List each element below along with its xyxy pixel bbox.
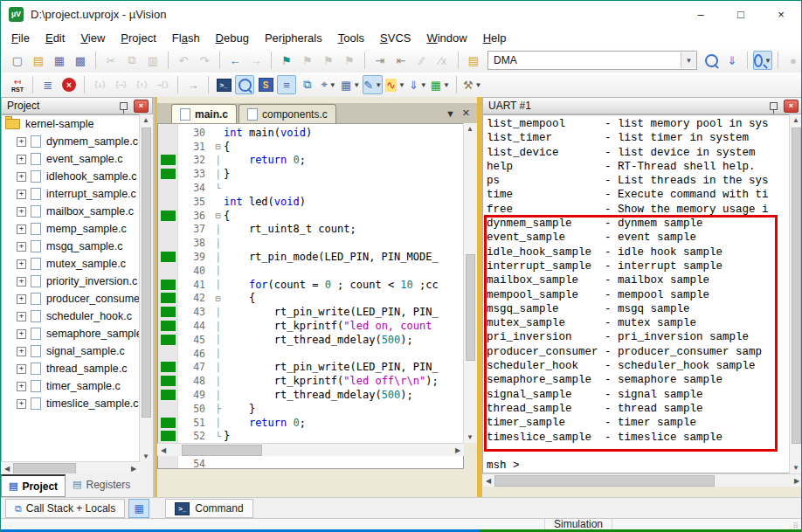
serial-window-dropdown-icon[interactable]: ▼ — [375, 81, 382, 89]
find-in-files-button[interactable] — [702, 51, 721, 70]
expand-icon[interactable]: + — [17, 259, 26, 269]
expand-icon[interactable]: + — [17, 364, 26, 374]
scroll-down-icon[interactable]: ▼ — [140, 451, 152, 462]
scroll-left-icon[interactable]: ◀ — [1, 463, 13, 474]
expand-icon[interactable]: + — [17, 347, 26, 356]
memory-window-button[interactable]: ▦▼ — [340, 75, 361, 94]
tree-item-memp_sample-c[interactable]: +memp_sample.c — [2, 220, 152, 238]
code-editor[interactable]: 30int main(void)31⊟{32│ return 0;33│}34└… — [157, 123, 464, 469]
bookmark-toggle-button[interactable]: ⚑ — [277, 51, 296, 70]
tree-item-semaphore_sample-c[interactable]: +semaphore_sample.c — [2, 325, 152, 342]
show-next-statement-button[interactable]: → — [183, 75, 203, 94]
symbol-window-button[interactable]: S — [256, 75, 275, 94]
expand-icon[interactable]: + — [17, 242, 26, 252]
memory-window-dropdown-icon[interactable]: ▼ — [353, 81, 360, 89]
scroll-right-icon[interactable]: ▶ — [791, 475, 802, 487]
trace-window-button[interactable]: ⇓▼ — [408, 75, 428, 94]
uart-horizontal-scrollbar[interactable]: ◀ ▶ — [482, 473, 802, 487]
uart-close-button[interactable]: × — [784, 100, 799, 113]
project-vertical-scrollbar[interactable]: ▲ ▼ — [139, 114, 153, 462]
maximize-button[interactable]: □ — [721, 1, 761, 27]
configure-flash-button[interactable]: ▤ — [464, 51, 483, 70]
menu-help[interactable]: Help — [475, 29, 515, 47]
panel-tab-registers[interactable]: ▤Registers — [66, 474, 137, 494]
uart-terminal[interactable]: list_mempool - list memory pool in sysli… — [482, 114, 802, 473]
scroll-thumb[interactable] — [792, 128, 801, 444]
project-horizontal-scrollbar[interactable]: ◀ ▶ — [1, 461, 140, 474]
expand-icon[interactable]: + — [17, 137, 26, 147]
scroll-thumb[interactable] — [494, 475, 715, 487]
find-next-button[interactable]: ⇓ — [722, 51, 742, 70]
tree-item-event_sample-c[interactable]: +event_sample.c — [2, 150, 152, 168]
minimize-button[interactable]: – — [681, 1, 721, 27]
calculator-button[interactable]: ▦ — [128, 499, 149, 518]
tree-item-scheduler_hook-c[interactable]: +scheduler_hook.c — [2, 307, 152, 325]
expand-icon[interactable]: + — [17, 190, 26, 199]
tree-item-thread_sample-c[interactable]: +thread_sample.c — [2, 360, 152, 377]
call-stack-tab[interactable]: ⧉ Call Stack + Locals — [5, 499, 125, 518]
tree-item-producer_consumer-c[interactable]: +producer_consumer.c — [2, 290, 152, 307]
fold-marker[interactable]: ⊟ — [212, 294, 224, 303]
analysis-window-button[interactable]: ∿▼ — [384, 75, 406, 94]
scroll-thumb[interactable] — [13, 463, 76, 474]
watch-window-button[interactable]: ⌖▼ — [319, 75, 338, 94]
editor-horizontal-scrollbar[interactable]: ◀ ▶ — [157, 443, 464, 456]
expand-icon[interactable]: + — [17, 225, 26, 234]
toolbox-button[interactable]: ⚒▼ — [462, 75, 483, 94]
call-stack-window-button[interactable]: ⧉ — [298, 75, 317, 94]
expand-icon[interactable]: + — [17, 172, 26, 182]
scroll-left-icon[interactable]: ◀ — [157, 445, 169, 456]
command-tab[interactable]: >_ Command — [165, 499, 252, 518]
tab-list-icon[interactable]: ▼ — [446, 108, 455, 119]
expand-icon[interactable]: + — [17, 329, 26, 339]
reset-button[interactable]: ↤RST — [8, 75, 27, 94]
scroll-left-icon[interactable]: ◀ — [482, 475, 494, 487]
search-dropdown-icon[interactable]: ▼ — [764, 57, 771, 65]
tree-item-mailbox_sample-c[interactable]: +mailbox_sample.c — [2, 203, 152, 220]
menu-debug[interactable]: Debug — [208, 29, 257, 47]
system-viewer-dropdown-icon[interactable]: ▼ — [443, 81, 450, 89]
close-button[interactable]: × — [761, 1, 801, 27]
open-file-button[interactable]: ▤ — [29, 51, 48, 70]
editor-tab-main-c[interactable]: main.c — [171, 104, 237, 123]
tree-root-kernel-sample[interactable]: kernel-sample — [2, 115, 152, 133]
menu-peripherals[interactable]: Peripherals — [257, 29, 330, 47]
fold-marker[interactable]: ⊟ — [212, 142, 224, 151]
tree-item-timeslice_sample-c[interactable]: +timeslice_sample.c — [2, 395, 152, 412]
fold-marker[interactable]: ⊟ — [212, 211, 224, 220]
menu-window[interactable]: Window — [418, 29, 474, 47]
stop-button[interactable]: × — [59, 75, 79, 94]
watch-window-dropdown-icon[interactable]: ▼ — [329, 81, 336, 89]
tree-item-timer_sample-c[interactable]: +timer_sample.c — [2, 377, 152, 395]
scroll-down-icon[interactable]: ▼ — [790, 462, 802, 473]
expand-icon[interactable]: + — [17, 155, 26, 164]
tree-item-priority_inversion-c[interactable]: +priority_inversion.c — [2, 273, 152, 290]
scroll-up-icon[interactable]: ▲ — [140, 114, 152, 126]
pin-icon[interactable] — [120, 102, 128, 110]
analysis-window-dropdown-icon[interactable]: ▼ — [398, 81, 405, 89]
uart-vertical-scrollbar[interactable]: ▲ ▼ — [789, 114, 802, 473]
scroll-down-icon[interactable]: ▼ — [464, 432, 476, 443]
editor-vertical-scrollbar[interactable]: ▲ ▼ — [463, 123, 477, 443]
new-file-button[interactable]: ▢ — [8, 51, 27, 70]
serial-window-button[interactable]: ✎▼ — [363, 75, 383, 94]
close-document-icon[interactable]: ✕ — [462, 107, 470, 119]
tree-item-dynmem_sample-c[interactable]: +dynmem_sample.c — [2, 133, 152, 150]
menu-view[interactable]: View — [73, 29, 113, 47]
command-window-button[interactable]: >_ — [214, 75, 233, 94]
menu-tools[interactable]: Tools — [330, 29, 372, 47]
scroll-up-icon[interactable]: ▲ — [464, 123, 476, 135]
scroll-right-icon[interactable]: ▶ — [128, 463, 140, 474]
save-button[interactable]: ▦ — [50, 51, 69, 70]
menu-project[interactable]: Project — [113, 29, 163, 47]
tree-item-idlehook_sample-c[interactable]: +idlehook_sample.c — [2, 168, 152, 185]
trace-window-dropdown-icon[interactable]: ▼ — [420, 81, 427, 89]
toolbox-dropdown-icon[interactable]: ▼ — [475, 81, 482, 89]
project-close-button[interactable]: × — [134, 100, 149, 113]
disassembly-window-button[interactable] — [235, 75, 254, 94]
run-button[interactable]: ≣ — [38, 75, 58, 94]
pin-icon[interactable] — [770, 102, 778, 110]
outdent-button[interactable]: ⇤ — [391, 51, 411, 70]
editor-tab-components-c[interactable]: components.c — [239, 104, 336, 123]
tree-item-interrupt_sample-c[interactable]: +interrupt_sample.c — [2, 185, 152, 203]
